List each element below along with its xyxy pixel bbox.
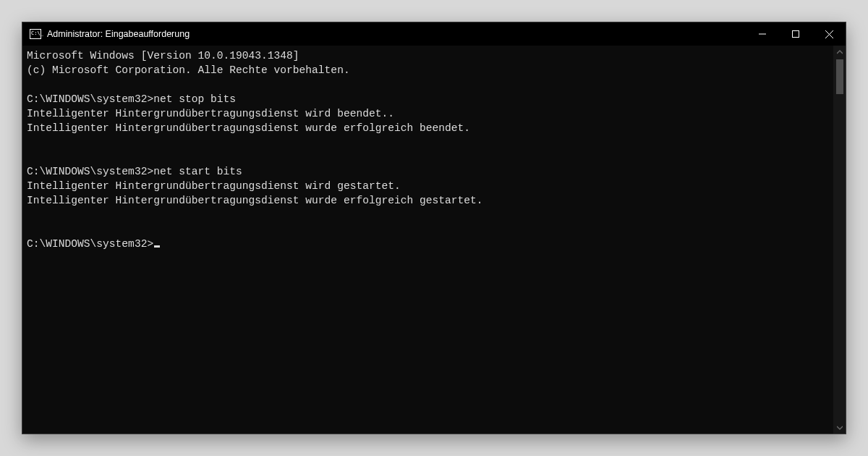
scroll-down-button[interactable]: [833, 421, 846, 434]
command-prompt-window: Administrator: Eingabeaufforderung Micro…: [22, 22, 846, 434]
titlebar[interactable]: Administrator: Eingabeaufforderung: [22, 22, 846, 46]
scrollbar-thumb[interactable]: [836, 59, 843, 94]
cmd-icon: [30, 29, 41, 39]
chevron-up-icon: [837, 49, 843, 55]
blank-line: [27, 222, 841, 237]
blank-line: [27, 150, 841, 164]
scrollbar[interactable]: [833, 46, 846, 434]
maximize-button[interactable]: [779, 22, 812, 46]
minimize-icon: [759, 30, 766, 38]
cursor-icon: [154, 245, 160, 248]
window-title: Administrator: Eingabeaufforderung: [47, 29, 190, 39]
scroll-up-button[interactable]: [833, 46, 846, 58]
terminal-prompt-line: C:\WINDOWS\system32>: [27, 237, 841, 251]
scrollbar-track-space: [833, 94, 846, 421]
terminal-line: Intelligenter Hintergrundübertragungsdie…: [27, 106, 841, 121]
blank-line: [27, 208, 841, 222]
terminal-line: Microsoft Windows [Version 10.0.19043.13…: [27, 48, 841, 63]
terminal-prompt: C:\WINDOWS\system32>: [27, 238, 153, 250]
desktop-background: Administrator: Eingabeaufforderung Micro…: [0, 0, 868, 456]
close-button[interactable]: [812, 22, 846, 46]
terminal-line: (c) Microsoft Corporation. Alle Rechte v…: [27, 63, 841, 77]
terminal-line: C:\WINDOWS\system32>net stop bits: [27, 92, 841, 106]
chevron-down-icon: [837, 425, 843, 431]
terminal-line: Intelligenter Hintergrundübertragungsdie…: [27, 121, 841, 135]
window-controls: [746, 22, 846, 46]
terminal-line: Intelligenter Hintergrundübertragungsdie…: [27, 193, 841, 208]
terminal-line: C:\WINDOWS\system32>net start bits: [27, 164, 841, 179]
svg-rect-1: [793, 31, 799, 38]
blank-line: [27, 135, 841, 150]
minimize-button[interactable]: [746, 22, 779, 46]
blank-line: [27, 77, 841, 92]
terminal-line: Intelligenter Hintergrundübertragungsdie…: [27, 179, 841, 193]
close-icon: [825, 30, 833, 38]
maximize-icon: [792, 30, 799, 38]
terminal-body[interactable]: Microsoft Windows [Version 10.0.19043.13…: [22, 46, 846, 434]
